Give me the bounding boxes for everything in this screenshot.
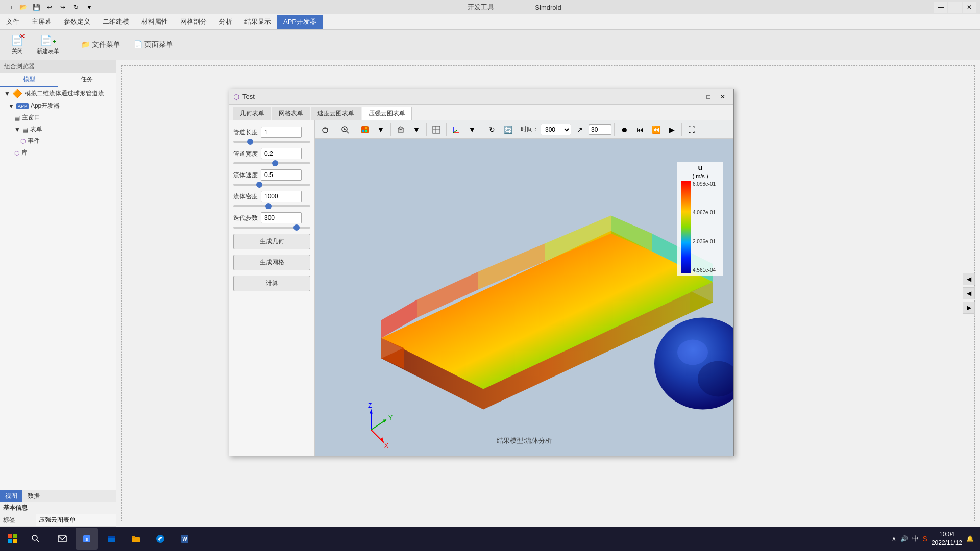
input-pipe-length[interactable] (261, 127, 302, 138)
ribbon-close[interactable]: ✕ 📄 关闭 (6, 32, 28, 58)
input-fluid-velocity[interactable] (261, 169, 302, 181)
nav-right-arrow[interactable]: ▶ (963, 302, 975, 314)
tree-item-forms[interactable]: ▼ ▤ 表单 (0, 123, 116, 135)
tree-item-root[interactable]: ▼ 🔶 模拟二维流体通过球形管道流 (0, 87, 116, 100)
sep-2 (355, 123, 355, 136)
slider-pipe-width[interactable] (233, 162, 310, 164)
slider-thumb-pipe-length[interactable] (247, 139, 253, 145)
viz-camera-btn[interactable] (318, 122, 332, 137)
save-btn[interactable]: 💾 (31, 2, 42, 13)
btn-generate-mesh[interactable]: 生成网格 (233, 255, 310, 270)
viz-refresh-btn[interactable]: 🔄 (501, 122, 515, 137)
test-dialog-title-area: ⬡ Test (233, 93, 688, 101)
slider-iter-steps[interactable] (233, 227, 310, 229)
properties-tab-data[interactable]: 数据 (22, 490, 45, 502)
viz-dropdown3[interactable]: ▼ (465, 122, 479, 137)
menu-appdev[interactable]: APP开发器 (277, 15, 323, 29)
viz-dropdown2[interactable]: ▼ (409, 122, 424, 137)
taskbar-volume-icon[interactable]: 🔊 (900, 535, 908, 542)
sidebar-tabs: 模型 任务 (0, 73, 116, 87)
app-main-title: Simdroid (535, 4, 561, 11)
tab-pressure[interactable]: 压强云图表单 (362, 107, 412, 120)
slider-thumb-fluid-velocity[interactable] (256, 182, 262, 188)
input-pipe-width[interactable] (261, 148, 302, 159)
viz-skip-start-btn[interactable]: ⏮ (633, 122, 647, 137)
menu-material[interactable]: 材料属性 (135, 15, 174, 29)
taskbar-app-another[interactable] (100, 528, 122, 550)
app-minimize-btn[interactable]: — (934, 2, 947, 13)
app-close-btn[interactable]: ✕ (963, 2, 976, 13)
input-fluid-density[interactable] (261, 191, 302, 202)
btn-generate-geometry[interactable]: 生成几何 (233, 234, 310, 249)
refresh-btn[interactable]: ↻ (70, 2, 82, 13)
sidebar-tab-model[interactable]: 模型 (0, 73, 58, 87)
slider-pipe-length[interactable] (233, 141, 310, 143)
taskbar-clock[interactable]: 10:04 2022/11/12 (932, 530, 962, 547)
taskbar-app-mail[interactable] (51, 528, 74, 550)
slider-thumb-pipe-width[interactable] (272, 160, 278, 166)
viz-color-btn[interactable] (358, 122, 372, 137)
menu-params[interactable]: 参数定义 (58, 15, 96, 29)
viz-grid-btn[interactable] (429, 122, 444, 137)
viz-zoom-btn[interactable] (338, 122, 352, 137)
taskbar-app-folder[interactable] (125, 528, 147, 550)
3d-canvas[interactable]: Z Y X (315, 139, 733, 456)
tree-expand-icon-3: ▼ (14, 126, 20, 133)
viz-expand-btn[interactable]: ↗ (573, 122, 587, 137)
tree-item-library[interactable]: ⬡ 库 (0, 147, 116, 159)
tab-mesh[interactable]: 网格表单 (272, 107, 310, 120)
tree-item-mainwin[interactable]: ▤ 主窗口 (0, 112, 116, 123)
slider-fluid-velocity[interactable] (233, 184, 310, 186)
time-select[interactable]: 300 (541, 124, 571, 135)
open-btn[interactable]: 📂 (17, 2, 29, 13)
redo-btn[interactable]: ↪ (57, 2, 68, 13)
frame-input[interactable] (589, 124, 611, 135)
taskbar-tray-arrow[interactable]: ∧ (892, 535, 896, 542)
menu-2d[interactable]: 二维建模 (96, 15, 135, 29)
test-close-btn[interactable]: ✕ (716, 91, 729, 103)
undo-btn[interactable]: ↩ (44, 2, 55, 13)
taskbar-app-word[interactable]: W (174, 528, 196, 550)
nav-left-arrow[interactable]: ◀ (963, 273, 975, 285)
btn-calculate[interactable]: 计算 (233, 276, 310, 291)
start-btn[interactable] (0, 527, 24, 551)
tree-item-events[interactable]: ⬡ 事件 (0, 135, 116, 147)
taskbar-app-simdroid[interactable]: S (76, 528, 98, 550)
tree-item-appdev[interactable]: ▼ APP App开发器 (0, 100, 116, 112)
menu-file[interactable]: 文件 (0, 15, 26, 29)
viz-record-btn[interactable]: ⏺ (617, 122, 631, 137)
viz-fullscreen-btn[interactable]: ⛶ (684, 122, 699, 137)
ribbon-new[interactable]: 📄+ 新建表单 (32, 32, 64, 58)
sidebar-tab-task[interactable]: 任务 (58, 73, 116, 87)
taskbar-app-edge[interactable] (149, 528, 172, 550)
taskbar-lang-icon[interactable]: 中 (912, 534, 919, 543)
test-maximize-btn[interactable]: □ (702, 91, 715, 103)
tab-geometry[interactable]: 几何表单 (233, 107, 271, 120)
viz-axes-btn[interactable] (449, 122, 463, 137)
properties-tab-view[interactable]: 视图 (0, 490, 22, 502)
viz-prev-btn[interactable]: ⏪ (649, 122, 663, 137)
dropdown-btn[interactable]: ▼ (84, 2, 95, 13)
input-iter-steps[interactable] (261, 212, 302, 223)
menu-results[interactable]: 结果显示 (238, 15, 277, 29)
test-minimize-btn[interactable]: — (688, 91, 701, 103)
nav-prev-arrow[interactable]: ◀ (963, 287, 975, 299)
ribbon-file-menu[interactable]: 📁 文件菜单 (77, 38, 125, 52)
new-btn[interactable]: □ (4, 2, 15, 13)
viz-cube-btn[interactable] (394, 122, 408, 137)
menu-analysis[interactable]: 分析 (213, 15, 238, 29)
slider-thumb-iter-steps[interactable] (293, 224, 300, 231)
ribbon-page-menu[interactable]: 📄 页面菜单 (129, 38, 178, 52)
viz-play-btn[interactable]: ▶ (665, 122, 679, 137)
tab-velocity[interactable]: 速度云图表单 (311, 107, 361, 120)
taskbar-shield-icon[interactable]: S (923, 535, 927, 543)
taskbar-notification-icon[interactable]: 🔔 (966, 535, 974, 542)
taskbar-search-btn[interactable] (24, 528, 47, 550)
viz-dropdown1[interactable]: ▼ (374, 122, 388, 137)
slider-thumb-fluid-density[interactable] (265, 203, 272, 209)
app-maximize-btn[interactable]: □ (948, 2, 962, 13)
menu-mesh[interactable]: 网格剖分 (174, 15, 213, 29)
viz-rotate-btn[interactable]: ↻ (485, 122, 499, 137)
slider-fluid-density[interactable] (233, 205, 310, 207)
menu-home[interactable]: 主屏幕 (26, 15, 58, 29)
